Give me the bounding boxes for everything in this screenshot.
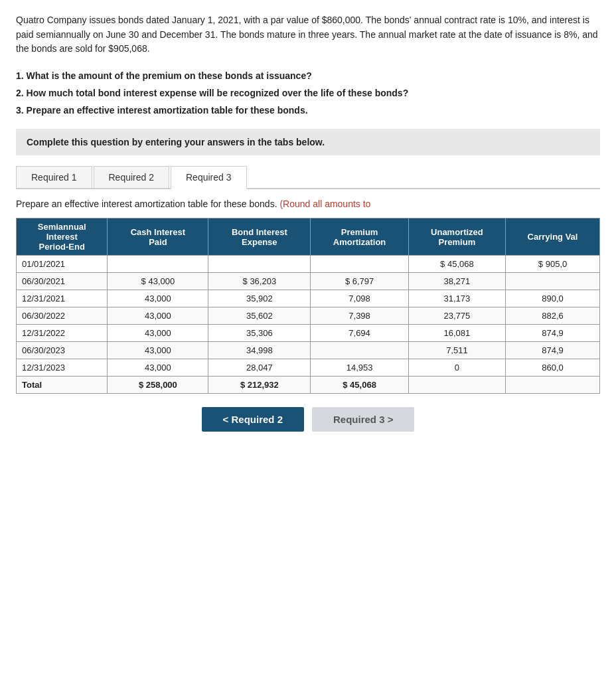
complete-instructions-text: Complete this question by entering your …: [27, 137, 325, 147]
table-cell: 12/31/2022: [17, 325, 108, 342]
table-cell: [506, 273, 600, 290]
table-cell: $ 45,068: [408, 256, 505, 273]
prev-button[interactable]: < Required 2: [202, 407, 304, 432]
table-cell: 35,306: [208, 325, 311, 342]
question-2: 2. How much total bond interest expense …: [16, 86, 600, 102]
table-instructions: Prepare an effective interest amortizati…: [16, 197, 600, 211]
table-cell: $ 905,0: [506, 256, 600, 273]
tab-required-1[interactable]: Required 1: [16, 166, 92, 188]
table-cell: 12/31/2023: [17, 359, 108, 377]
table-cell: 0: [408, 359, 505, 377]
table-cell: 28,047: [208, 359, 311, 377]
complete-instructions-box: Complete this question by entering your …: [16, 129, 600, 155]
table-cell: [408, 377, 505, 394]
questions-section: 1. What is the amount of the premium on …: [16, 68, 600, 118]
table-cell: 06/30/2021: [17, 273, 108, 290]
table-cell: 7,511: [408, 342, 505, 359]
tab-required-3[interactable]: Required 3: [171, 166, 247, 189]
col-unamortized: UnamortizedPremium: [408, 218, 505, 256]
col-period: SemiannualInterestPeriod-End: [17, 218, 108, 256]
col-carrying-val: Carrying Val: [506, 218, 600, 256]
table-cell: [311, 256, 408, 273]
col-cash-interest: Cash InterestPaid: [108, 218, 208, 256]
navigation-buttons: < Required 2 Required 3 >: [16, 407, 600, 432]
table-cell: 874,9: [506, 325, 600, 342]
table-cell: 23,775: [408, 307, 505, 325]
table-cell: [108, 256, 208, 273]
table-cell: $ 212,932: [208, 377, 311, 394]
table-cell: 43,000: [108, 342, 208, 359]
round-note: (Round all amounts to: [279, 199, 370, 209]
table-cell: $ 36,203: [208, 273, 311, 290]
problem-intro: Quatro Company issues bonds dated Januar…: [16, 13, 600, 56]
table-cell: 31,173: [408, 290, 505, 307]
table-cell: 06/30/2022: [17, 307, 108, 325]
table-cell: $ 258,000: [108, 377, 208, 394]
table-cell: $ 45,068: [311, 377, 408, 394]
table-cell: 14,953: [311, 359, 408, 377]
table-cell: 882,6: [506, 307, 600, 325]
col-bond-interest: Bond InterestExpense: [208, 218, 311, 256]
next-button[interactable]: Required 3 >: [312, 407, 414, 432]
table-cell: 7,098: [311, 290, 408, 307]
table-cell: $ 6,797: [311, 273, 408, 290]
question-1: 1. What is the amount of the premium on …: [16, 68, 600, 84]
table-cell: 860,0: [506, 359, 600, 377]
table-cell: [506, 377, 600, 394]
table-cell: $ 43,000: [108, 273, 208, 290]
tab-required-2[interactable]: Required 2: [94, 166, 170, 188]
table-cell: 16,081: [408, 325, 505, 342]
table-cell: Total: [17, 377, 108, 394]
table-cell: 34,998: [208, 342, 311, 359]
table-cell: 43,000: [108, 307, 208, 325]
table-cell: [208, 256, 311, 273]
table-cell: 43,000: [108, 290, 208, 307]
table-cell: 7,398: [311, 307, 408, 325]
table-cell: [311, 342, 408, 359]
tabs-row: Required 1 Required 2 Required 3: [16, 166, 600, 189]
table-cell: 7,694: [311, 325, 408, 342]
table-cell: 01/01/2021: [17, 256, 108, 273]
table-cell: 43,000: [108, 359, 208, 377]
table-cell: 12/31/2021: [17, 290, 108, 307]
amortization-table: SemiannualInterestPeriod-End Cash Intere…: [16, 218, 600, 394]
col-premium-amort: PremiumAmortization: [311, 218, 408, 256]
question-3: 3. Prepare an effective interest amortiz…: [16, 103, 600, 119]
table-cell: 35,602: [208, 307, 311, 325]
table-cell: 06/30/2023: [17, 342, 108, 359]
table-cell: 890,0: [506, 290, 600, 307]
table-cell: 38,271: [408, 273, 505, 290]
table-cell: 874,9: [506, 342, 600, 359]
table-cell: 35,902: [208, 290, 311, 307]
table-cell: 43,000: [108, 325, 208, 342]
